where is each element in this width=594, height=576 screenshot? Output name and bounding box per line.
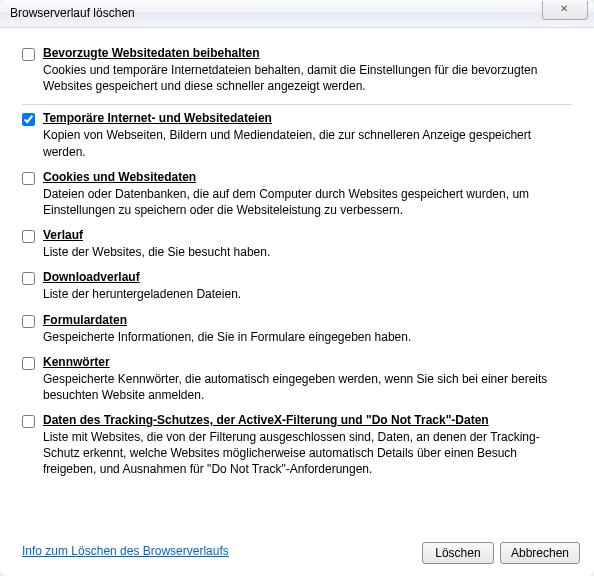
option-preserve-favorites: Bevorzugte Websitedaten beibehalten Cook… <box>22 46 572 94</box>
titlebar: Browserverlauf löschen ✕ <box>0 0 594 28</box>
option-title: Bevorzugte Websitedaten beibehalten <box>43 46 260 60</box>
option-description: Liste der Websites, die Sie besucht habe… <box>43 244 572 260</box>
option-cookies: Cookies und Websitedaten Dateien oder Da… <box>22 170 572 218</box>
option-title: Downloadverlauf <box>43 270 140 284</box>
option-description: Dateien oder Datenbanken, die auf dem Co… <box>43 186 572 218</box>
option-form-data: Formulardaten Gespeicherte Informationen… <box>22 313 572 345</box>
window-title: Browserverlauf löschen <box>10 6 135 20</box>
close-button[interactable]: ✕ <box>542 1 588 20</box>
checkbox-preserve-favorites[interactable] <box>22 48 35 61</box>
option-title: Daten des Tracking-Schutzes, der ActiveX… <box>43 413 489 427</box>
option-tracking-protection: Daten des Tracking-Schutzes, der ActiveX… <box>22 413 572 478</box>
option-description: Cookies und temporäre Internetdateien be… <box>43 62 572 94</box>
divider <box>22 104 572 105</box>
footer: Info zum Löschen des Browserverlaufs Lös… <box>0 528 594 576</box>
button-row: Löschen Abbrechen <box>422 542 580 564</box>
option-passwords: Kennwörter Gespeicherte Kennwörter, die … <box>22 355 572 403</box>
checkbox-form-data[interactable] <box>22 315 35 328</box>
option-title: Temporäre Internet- und Websitedateien <box>43 111 272 125</box>
cancel-button[interactable]: Abbrechen <box>500 542 580 564</box>
option-description: Liste der heruntergeladenen Dateien. <box>43 286 572 302</box>
option-title: Verlauf <box>43 228 83 242</box>
delete-button[interactable]: Löschen <box>422 542 494 564</box>
option-history: Verlauf Liste der Websites, die Sie besu… <box>22 228 572 260</box>
checkbox-temp-internet-files[interactable] <box>22 113 35 126</box>
help-link[interactable]: Info zum Löschen des Browserverlaufs <box>22 544 229 558</box>
checkbox-tracking-protection[interactable] <box>22 415 35 428</box>
content-area: Bevorzugte Websitedaten beibehalten Cook… <box>14 40 580 522</box>
checkbox-cookies[interactable] <box>22 172 35 185</box>
option-description: Kopien von Webseiten, Bildern und Medien… <box>43 127 572 159</box>
option-title: Kennwörter <box>43 355 110 369</box>
option-description: Liste mit Websites, die von der Filterun… <box>43 429 572 478</box>
checkbox-history[interactable] <box>22 230 35 243</box>
option-description: Gespeicherte Informationen, die Sie in F… <box>43 329 572 345</box>
option-description: Gespeicherte Kennwörter, die automatisch… <box>43 371 572 403</box>
option-download-history: Downloadverlauf Liste der heruntergelade… <box>22 270 572 302</box>
dialog-window: Browserverlauf löschen ✕ Bevorzugte Webs… <box>0 0 594 576</box>
option-title: Cookies und Websitedaten <box>43 170 196 184</box>
option-title: Formulardaten <box>43 313 127 327</box>
checkbox-download-history[interactable] <box>22 272 35 285</box>
close-icon: ✕ <box>560 3 570 14</box>
option-temp-internet-files: Temporäre Internet- und Websitedateien K… <box>22 111 572 159</box>
checkbox-passwords[interactable] <box>22 357 35 370</box>
